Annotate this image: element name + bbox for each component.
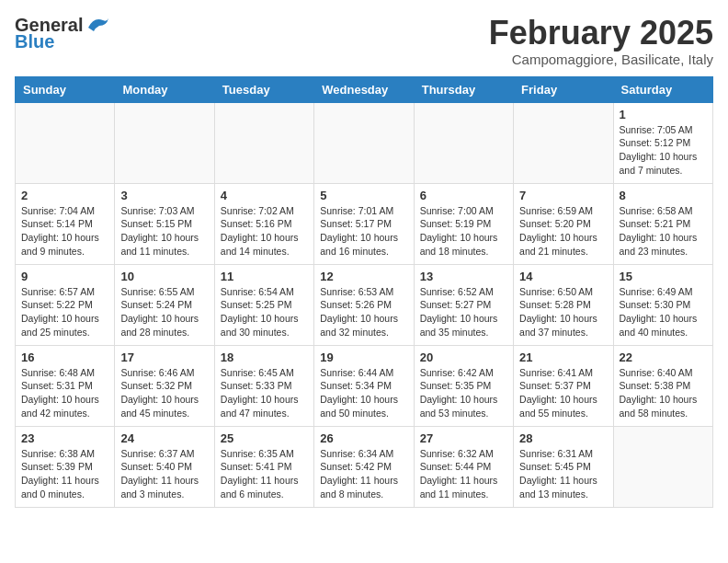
col-header-thursday: Thursday [414,76,513,102]
col-header-sunday: Sunday [16,76,115,102]
day-info: Sunrise: 6:58 AMSunset: 5:21 PMDaylight:… [620,204,707,259]
day-number: 7 [519,189,607,202]
calendar-cell: 19Sunrise: 6:44 AMSunset: 5:34 PMDayligh… [314,345,414,426]
day-info: Sunrise: 6:42 AMSunset: 5:35 PMDaylight:… [420,366,507,420]
day-info: Sunrise: 7:00 AMSunset: 5:19 PMDaylight:… [420,204,507,259]
day-number: 19 [320,350,407,364]
calendar-cell: 26Sunrise: 6:34 AMSunset: 5:42 PMDayligh… [314,426,414,507]
day-number: 14 [519,270,607,283]
col-header-friday: Friday [514,76,613,102]
day-number: 20 [420,350,507,364]
calendar-cell: 18Sunrise: 6:45 AMSunset: 5:33 PMDayligh… [214,345,313,426]
calendar-cell: 25Sunrise: 6:35 AMSunset: 5:41 PMDayligh… [214,426,313,507]
week-row-2: 9Sunrise: 6:57 AMSunset: 5:22 PMDaylight… [16,264,713,345]
calendar-cell: 14Sunrise: 6:50 AMSunset: 5:28 PMDayligh… [514,264,613,345]
day-info: Sunrise: 6:34 AMSunset: 5:42 PMDaylight:… [320,447,407,501]
calendar-cell: 16Sunrise: 6:48 AMSunset: 5:31 PMDayligh… [16,345,115,426]
day-info: Sunrise: 6:38 AMSunset: 5:39 PMDaylight:… [21,447,108,501]
calendar-cell: 11Sunrise: 6:54 AMSunset: 5:25 PMDayligh… [214,264,313,345]
day-info: Sunrise: 6:49 AMSunset: 5:30 PMDaylight:… [620,285,707,339]
day-info: Sunrise: 7:04 AMSunset: 5:14 PMDaylight:… [21,204,108,259]
day-number: 18 [221,350,308,364]
day-number: 16 [21,350,108,364]
day-number: 27 [420,431,507,445]
day-number: 25 [221,431,308,445]
day-info: Sunrise: 6:41 AMSunset: 5:37 PMDaylight:… [519,366,607,420]
day-info: Sunrise: 6:55 AMSunset: 5:24 PMDaylight:… [120,285,208,339]
week-row-0: 1Sunrise: 7:05 AMSunset: 5:12 PMDaylight… [16,102,713,183]
logo-blue-text: Blue [15,31,54,52]
calendar-cell: 4Sunrise: 7:02 AMSunset: 5:16 PMDaylight… [214,183,313,264]
week-row-1: 2Sunrise: 7:04 AMSunset: 5:14 PMDaylight… [16,183,713,264]
day-number: 10 [120,270,208,283]
calendar-cell: 3Sunrise: 7:03 AMSunset: 5:15 PMDaylight… [115,183,214,264]
calendar-cell: 17Sunrise: 6:46 AMSunset: 5:32 PMDayligh… [115,345,214,426]
calendar-cell [514,102,613,183]
page-header: General Blue February 2025 Campomaggiore… [15,15,713,67]
day-number: 15 [620,270,707,283]
calendar-table: SundayMondayTuesdayWednesdayThursdayFrid… [15,76,713,508]
day-number: 17 [120,350,208,364]
calendar-cell: 21Sunrise: 6:41 AMSunset: 5:37 PMDayligh… [514,345,613,426]
day-info: Sunrise: 6:53 AMSunset: 5:26 PMDaylight:… [320,285,407,339]
calendar-cell: 15Sunrise: 6:49 AMSunset: 5:30 PMDayligh… [613,264,712,345]
day-info: Sunrise: 6:32 AMSunset: 5:44 PMDaylight:… [420,447,507,501]
day-number: 28 [519,431,607,445]
day-number: 1 [620,108,707,121]
day-info: Sunrise: 6:44 AMSunset: 5:34 PMDaylight:… [320,366,407,420]
day-info: Sunrise: 6:57 AMSunset: 5:22 PMDaylight:… [21,285,108,339]
calendar-cell: 8Sunrise: 6:58 AMSunset: 5:21 PMDaylight… [613,183,712,264]
logo: General Blue [15,15,110,52]
day-number: 24 [120,431,208,445]
day-info: Sunrise: 6:46 AMSunset: 5:32 PMDaylight:… [120,366,208,420]
day-number: 3 [120,189,208,202]
calendar-cell: 1Sunrise: 7:05 AMSunset: 5:12 PMDaylight… [613,102,712,183]
day-number: 23 [21,431,108,445]
calendar-cell [16,102,115,183]
col-header-wednesday: Wednesday [314,76,414,102]
day-info: Sunrise: 6:59 AMSunset: 5:20 PMDaylight:… [519,204,607,259]
col-header-tuesday: Tuesday [214,76,313,102]
day-info: Sunrise: 6:31 AMSunset: 5:45 PMDaylight:… [519,447,607,501]
calendar-cell [613,426,712,507]
day-info: Sunrise: 6:48 AMSunset: 5:31 PMDaylight:… [21,366,108,420]
col-header-saturday: Saturday [613,76,712,102]
week-row-3: 16Sunrise: 6:48 AMSunset: 5:31 PMDayligh… [16,345,713,426]
calendar-cell: 2Sunrise: 7:04 AMSunset: 5:14 PMDaylight… [16,183,115,264]
calendar-cell: 5Sunrise: 7:01 AMSunset: 5:17 PMDaylight… [314,183,414,264]
day-info: Sunrise: 7:01 AMSunset: 5:17 PMDaylight:… [320,204,407,259]
day-number: 8 [620,189,707,202]
day-info: Sunrise: 6:45 AMSunset: 5:33 PMDaylight:… [221,366,308,420]
calendar-cell: 6Sunrise: 7:00 AMSunset: 5:19 PMDaylight… [414,183,513,264]
logo-bird-icon [85,15,110,35]
calendar-cell [214,102,313,183]
calendar-cell [414,102,513,183]
day-number: 22 [620,350,707,364]
day-number: 12 [320,270,407,283]
day-number: 2 [21,189,108,202]
calendar-cell: 22Sunrise: 6:40 AMSunset: 5:38 PMDayligh… [613,345,712,426]
day-number: 6 [420,189,507,202]
day-number: 13 [420,270,507,283]
day-number: 26 [320,431,407,445]
calendar-cell: 13Sunrise: 6:52 AMSunset: 5:27 PMDayligh… [414,264,513,345]
day-number: 4 [221,189,308,202]
day-info: Sunrise: 6:50 AMSunset: 5:28 PMDaylight:… [519,285,607,339]
col-header-monday: Monday [115,76,214,102]
calendar-cell: 20Sunrise: 6:42 AMSunset: 5:35 PMDayligh… [414,345,513,426]
day-info: Sunrise: 6:52 AMSunset: 5:27 PMDaylight:… [420,285,507,339]
calendar-cell [314,102,414,183]
calendar-cell: 7Sunrise: 6:59 AMSunset: 5:20 PMDaylight… [514,183,613,264]
day-info: Sunrise: 7:05 AMSunset: 5:12 PMDaylight:… [620,123,707,178]
day-info: Sunrise: 6:35 AMSunset: 5:41 PMDaylight:… [221,447,308,501]
calendar-cell [115,102,214,183]
calendar-subtitle: Campomaggiore, Basilicate, Italy [489,52,713,67]
title-block: February 2025 Campomaggiore, Basilicate,… [489,15,713,67]
calendar-cell: 24Sunrise: 6:37 AMSunset: 5:40 PMDayligh… [115,426,214,507]
day-info: Sunrise: 6:37 AMSunset: 5:40 PMDaylight:… [120,447,208,501]
week-row-4: 23Sunrise: 6:38 AMSunset: 5:39 PMDayligh… [16,426,713,507]
calendar-cell: 28Sunrise: 6:31 AMSunset: 5:45 PMDayligh… [514,426,613,507]
day-info: Sunrise: 6:54 AMSunset: 5:25 PMDaylight:… [221,285,308,339]
calendar-cell: 10Sunrise: 6:55 AMSunset: 5:24 PMDayligh… [115,264,214,345]
day-number: 11 [221,270,308,283]
